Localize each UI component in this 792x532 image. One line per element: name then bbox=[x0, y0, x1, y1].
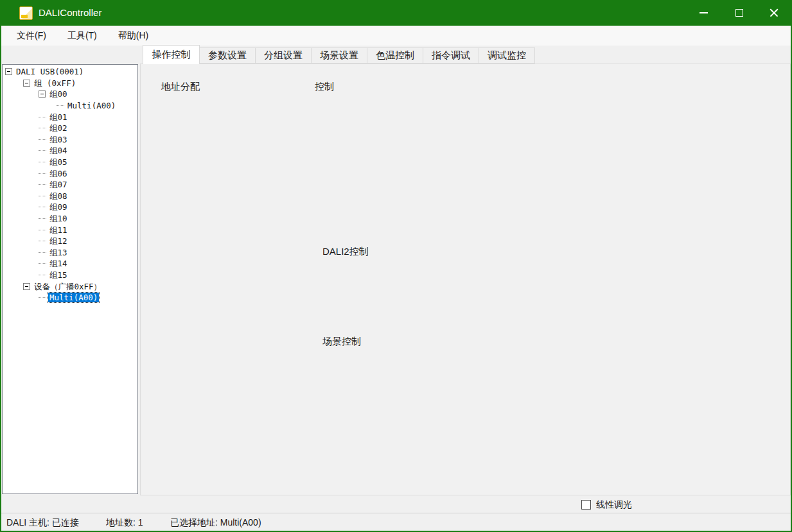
tree-expander-icon[interactable] bbox=[5, 68, 12, 75]
minimize-button[interactable] bbox=[685, 0, 721, 26]
tree-item-group07[interactable]: 组07 bbox=[48, 180, 69, 189]
tree-expander-icon[interactable] bbox=[23, 283, 30, 290]
menu-bar: 文件(F) 工具(T) 帮助(H) bbox=[1, 26, 791, 46]
tree-item-group14[interactable]: 组14 bbox=[48, 259, 69, 268]
tree-connector bbox=[39, 128, 46, 128]
tree-item-group03[interactable]: 组03 bbox=[48, 135, 69, 144]
menu-tools[interactable]: 工具(T) bbox=[66, 29, 98, 43]
tree-item-group02[interactable]: 组02 bbox=[48, 123, 69, 133]
tree-connector bbox=[39, 117, 46, 117]
tab-page bbox=[140, 64, 791, 495]
tree-connector bbox=[57, 105, 64, 106]
app-icon bbox=[19, 6, 33, 20]
status-address-count: 地址数: 1 bbox=[106, 517, 143, 529]
tree-connector bbox=[39, 150, 46, 151]
status-bar: DALI 主机: 已连接 地址数: 1 已选择地址: Multi(A00) bbox=[1, 513, 791, 531]
linear-dimming-checkbox[interactable] bbox=[581, 500, 591, 510]
tab-strip: 操作控制 参数设置 分组设置 场景设置 色温控制 指令调试 调试监控 bbox=[143, 45, 535, 64]
status-selected-address: 已选择地址: Multi(A00) bbox=[170, 517, 261, 529]
tree-item-group01[interactable]: 组01 bbox=[48, 112, 69, 122]
tree-connector bbox=[39, 252, 46, 253]
maximize-button[interactable] bbox=[721, 0, 757, 26]
tab-color-temp-control[interactable]: 色温控制 bbox=[367, 47, 423, 64]
tree-item-multi-a00-selected[interactable]: Multi(A00) bbox=[48, 293, 99, 302]
tree-connector bbox=[39, 184, 46, 185]
tab-command-debug[interactable]: 指令调试 bbox=[423, 47, 479, 64]
tab-group-settings[interactable]: 分组设置 bbox=[256, 47, 312, 64]
app-window: DALIController 文件(F) 工具(T) 帮助(H) 操作控制 参数… bbox=[0, 0, 792, 532]
tree-connector bbox=[39, 297, 46, 298]
tree-item-group00[interactable]: 组00 bbox=[48, 89, 69, 99]
close-button[interactable] bbox=[756, 0, 792, 26]
close-icon bbox=[770, 8, 779, 17]
maximize-icon bbox=[735, 9, 743, 17]
tree-item-group09[interactable]: 组09 bbox=[48, 202, 69, 212]
address-assignment-title: 地址分配 bbox=[159, 81, 202, 92]
menu-help[interactable]: 帮助(H) bbox=[117, 29, 150, 43]
tree-connector bbox=[39, 263, 46, 264]
tree-connector bbox=[39, 139, 46, 140]
scene-control-title: 场景控制 bbox=[320, 336, 364, 347]
tree-item-group13[interactable]: 组13 bbox=[48, 248, 69, 257]
tree-item-group04[interactable]: 组04 bbox=[48, 146, 69, 155]
tree-item-multi-a00[interactable]: Multi(A00) bbox=[66, 101, 117, 110]
tree-expander-icon[interactable] bbox=[39, 90, 46, 98]
title-bar: DALIController bbox=[0, 0, 792, 26]
tree-connector bbox=[39, 241, 46, 241]
tree-connector bbox=[39, 162, 46, 162]
window-title: DALIController bbox=[39, 6, 101, 20]
menu-file[interactable]: 文件(F) bbox=[15, 29, 48, 43]
tree-connector bbox=[39, 275, 46, 275]
tab-parameter-settings[interactable]: 参数设置 bbox=[200, 47, 256, 64]
tree-item-device-broadcast[interactable]: 设备（广播0xFF） bbox=[33, 282, 103, 291]
tree-item-group12[interactable]: 组12 bbox=[48, 236, 69, 246]
tree-expander-icon[interactable] bbox=[23, 80, 30, 87]
tree-connector bbox=[39, 173, 46, 174]
tree-item-group11[interactable]: 组11 bbox=[48, 225, 69, 235]
tab-operation-control[interactable]: 操作控制 bbox=[143, 45, 200, 64]
linear-dimming-label: 线性调光 bbox=[596, 499, 632, 511]
tree-connector bbox=[39, 196, 46, 196]
tree-item-group05[interactable]: 组05 bbox=[48, 157, 69, 167]
dali2-control-title: DALI2控制 bbox=[320, 246, 371, 257]
tree-item-group10[interactable]: 组10 bbox=[48, 214, 69, 223]
tab-scene-settings[interactable]: 场景设置 bbox=[312, 47, 367, 64]
tree-item-group06[interactable]: 组06 bbox=[48, 169, 69, 178]
tree-item-group-root[interactable]: 组 (0xFF) bbox=[33, 78, 77, 88]
tab-debug-monitor[interactable]: 调试监控 bbox=[479, 47, 535, 64]
control-title: 控制 bbox=[312, 81, 337, 92]
window-border-left bbox=[0, 26, 1, 532]
tree-item-dali-usb[interactable]: DALI USB(0001) bbox=[15, 67, 85, 76]
tree-connector bbox=[39, 218, 46, 219]
status-host-connection: DALI 主机: 已连接 bbox=[6, 517, 79, 529]
minimize-icon bbox=[700, 12, 708, 13]
tree-connector bbox=[39, 207, 46, 207]
tree-item-group08[interactable]: 组08 bbox=[48, 191, 69, 201]
tree-connector bbox=[39, 230, 46, 230]
device-tree: DALI USB(0001) 组 (0xFF) 组00 Multi(A00) 组… bbox=[2, 64, 138, 494]
tree-item-group15[interactable]: 组15 bbox=[48, 270, 69, 280]
